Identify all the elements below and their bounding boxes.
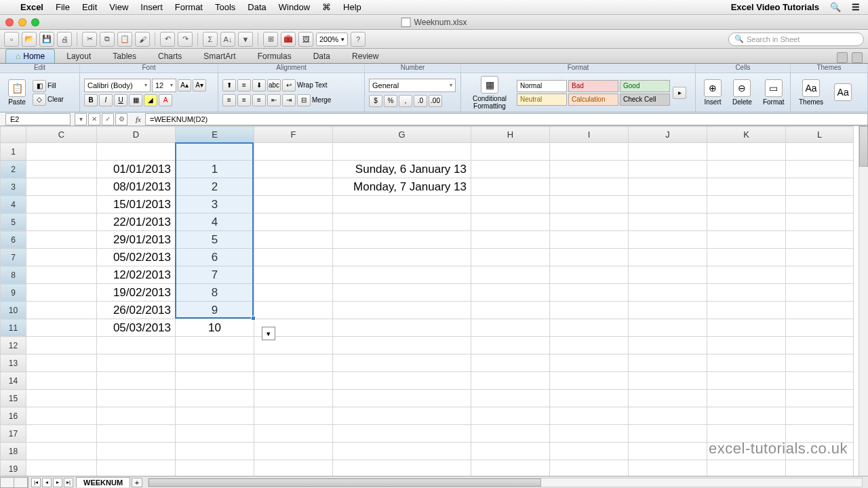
cell-E14[interactable] <box>176 372 254 390</box>
cell-I17[interactable] <box>550 425 629 443</box>
toolbox-icon[interactable]: 🧰 <box>281 32 296 47</box>
col-header-G[interactable]: G <box>333 127 471 143</box>
cell-H10[interactable] <box>471 302 550 319</box>
cell-L16[interactable] <box>786 407 854 425</box>
menu-format[interactable]: Format <box>175 2 203 12</box>
conditional-formatting-button[interactable]: ▦Conditional Formatting <box>465 75 514 111</box>
cell-C12[interactable] <box>26 337 97 354</box>
spreadsheet-grid[interactable]: C D E F G H I J K L 1201/01/20131Sunday,… <box>0 126 868 476</box>
cell-F16[interactable] <box>254 407 333 425</box>
cell-K11[interactable] <box>707 319 786 337</box>
cell-C2[interactable] <box>26 161 97 178</box>
dec-inc-icon[interactable]: .0 <box>414 95 427 107</box>
underline-icon[interactable]: U <box>114 94 127 106</box>
tab-data[interactable]: Data <box>303 49 340 63</box>
font-size-combo[interactable]: 12▾ <box>152 79 176 92</box>
redo-icon[interactable]: ↷ <box>178 32 193 47</box>
cell-F19[interactable] <box>254 460 333 476</box>
align-left-icon[interactable]: ≡ <box>222 94 236 106</box>
cell-J1[interactable] <box>629 143 707 161</box>
style-normal[interactable]: Normal <box>517 80 567 92</box>
align-middle-icon[interactable]: ≡ <box>237 79 251 92</box>
insert-cells-button[interactable]: ⊕Insert <box>700 78 726 107</box>
cell-G18[interactable] <box>333 443 471 460</box>
cell-K14[interactable] <box>707 372 786 390</box>
cell-E9[interactable]: 8 <box>176 284 254 302</box>
style-bad[interactable]: Bad <box>568 80 618 92</box>
menu-window[interactable]: Window <box>279 2 310 12</box>
help-icon[interactable]: ? <box>351 32 366 47</box>
cell-H7[interactable] <box>471 249 550 266</box>
cell-J8[interactable] <box>629 266 707 284</box>
row-header-9[interactable]: 9 <box>1 284 26 302</box>
minimize-button[interactable] <box>18 18 26 26</box>
cell-E15[interactable] <box>176 390 254 407</box>
cell-I3[interactable] <box>550 178 629 196</box>
cell-K8[interactable] <box>707 266 786 284</box>
horizontal-scrollbar[interactable] <box>148 478 863 487</box>
cell-F8[interactable] <box>254 266 333 284</box>
cell-C4[interactable] <box>26 196 97 214</box>
script-icon[interactable]: ⌘ <box>322 2 331 12</box>
row-header-17[interactable]: 17 <box>1 425 26 443</box>
cell-J13[interactable] <box>629 354 707 372</box>
cell-L11[interactable] <box>786 319 854 337</box>
cell-C15[interactable] <box>26 390 97 407</box>
cell-I7[interactable] <box>550 249 629 266</box>
cell-C14[interactable] <box>26 372 97 390</box>
cell-H11[interactable] <box>471 319 550 337</box>
cell-F5[interactable] <box>254 214 333 231</box>
formula-input[interactable]: =WEEKNUM(D2) <box>145 113 868 125</box>
cell-D3[interactable]: 08/01/2013 <box>97 178 176 196</box>
menu-view[interactable]: View <box>109 2 128 12</box>
cell-D19[interactable] <box>97 460 176 476</box>
cell-G11[interactable] <box>333 319 471 337</box>
cell-J4[interactable] <box>629 196 707 214</box>
cell-E8[interactable]: 7 <box>176 266 254 284</box>
cell-H2[interactable] <box>471 161 550 178</box>
tab-home[interactable]: ⌂Home <box>5 49 55 63</box>
cell-E13[interactable] <box>176 354 254 372</box>
row-header-13[interactable]: 13 <box>1 354 26 372</box>
media-icon[interactable]: 🖼 <box>298 32 313 47</box>
col-header-L[interactable]: L <box>786 127 854 143</box>
row-header-19[interactable]: 19 <box>1 460 26 476</box>
col-header-J[interactable]: J <box>629 127 707 143</box>
cell-G6[interactable] <box>333 231 471 249</box>
cell-G13[interactable] <box>333 354 471 372</box>
cell-C17[interactable] <box>26 425 97 443</box>
orientation-icon[interactable]: abc <box>267 79 281 92</box>
page-layout-view-icon[interactable] <box>14 478 28 487</box>
delete-cells-button[interactable]: ⊖Delete <box>728 78 756 107</box>
close-button[interactable] <box>5 18 14 26</box>
menu-edit[interactable]: Edit <box>82 2 97 12</box>
cell-L13[interactable] <box>786 354 854 372</box>
row-header-3[interactable]: 3 <box>1 178 26 196</box>
sheet-tab[interactable]: WEEKNUM <box>76 477 130 487</box>
cell-I19[interactable] <box>550 460 629 476</box>
row-header-1[interactable]: 1 <box>1 143 26 161</box>
menu-data[interactable]: Data <box>248 2 266 12</box>
sheet-prev-icon[interactable]: ◂ <box>42 478 52 487</box>
cell-K16[interactable] <box>707 407 786 425</box>
format-cells-button[interactable]: ▭Format <box>759 78 789 107</box>
italic-icon[interactable]: I <box>99 94 113 106</box>
cell-C11[interactable] <box>26 319 97 337</box>
wrap-text-icon[interactable]: ↩ <box>282 79 296 92</box>
cell-H18[interactable] <box>471 443 550 460</box>
tab-smartart[interactable]: SmartArt <box>193 49 245 63</box>
cell-L14[interactable] <box>786 372 854 390</box>
cell-D2[interactable]: 01/01/2013 <box>97 161 176 178</box>
cell-J12[interactable] <box>629 337 707 354</box>
settings-icon[interactable] <box>852 52 863 63</box>
cell-E19[interactable] <box>176 460 254 476</box>
cell-K4[interactable] <box>707 196 786 214</box>
cell-G2[interactable]: Sunday, 6 January 13 <box>333 161 471 178</box>
cell-E1[interactable] <box>176 143 254 161</box>
cell-H15[interactable] <box>471 390 550 407</box>
cell-C6[interactable] <box>26 231 97 249</box>
number-format-combo[interactable]: General▾ <box>369 79 456 92</box>
shrink-font-icon[interactable]: A▾ <box>193 79 206 92</box>
cell-L1[interactable] <box>786 143 854 161</box>
sheet-first-icon[interactable]: |◂ <box>31 478 41 487</box>
